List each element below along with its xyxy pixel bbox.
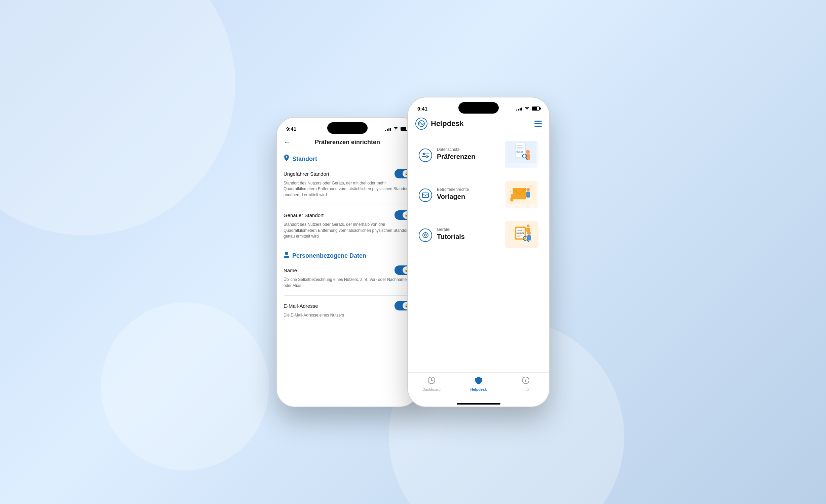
card-betroffenenrechte-title: Vorlagen [437,193,469,201]
pref-item-name: Name 🔒 Übliche Selbstbezeichnung eines N… [284,265,411,289]
illustration-mail: ✦ ✦ [505,181,538,208]
svg-rect-35 [517,236,521,237]
phone-preferences: 9:41 ← [277,118,418,407]
svg-point-21 [511,194,514,197]
preferences-title: Präferenzen einrichten [295,139,400,146]
bg-decoration-3 [101,302,269,470]
hamburger-menu[interactable] [534,121,542,127]
helpdesk-logo: Helpdesk [415,118,464,130]
status-time-right: 9:41 [417,106,427,112]
helpdesk-nav-icon [474,376,483,386]
svg-rect-41 [526,228,530,232]
svg-text:MANUAL: MANUAL [517,232,525,234]
svg-point-19 [526,188,530,192]
location-icon [284,155,290,164]
pref-desc-ungefaehr: Standort des Nutzers oder Geräts, der mi… [284,180,411,198]
battery-icon-right [532,107,540,111]
section-standort: Standort [284,155,411,164]
nav-label-info: Info [523,387,529,391]
info-icon: i [521,376,530,386]
svg-point-12 [526,150,530,154]
pref-item-email: E-Mail-Adresse 🔒 Die E-Mail-Adresse eine… [284,301,411,318]
card-tutorials-subtitle: Geräte- [437,227,465,233]
pref-desc-name: Übliche Selbstbezeichnung eines Nutzers,… [284,277,411,289]
status-icons-left [385,126,409,131]
pref-label-name: Name [284,267,297,273]
person-icon [284,252,290,260]
wifi-icon-left [393,126,399,131]
illustration-rules: RULES ✓ ✓ ✓ [505,141,538,168]
divider-1 [284,205,411,205]
svg-text:✦: ✦ [510,190,511,192]
svg-point-4 [426,156,428,158]
phone-helpdesk: 9:41 [408,97,549,407]
phone-left-screen: 9:41 ← [277,118,418,407]
card-icon-sliders [419,149,432,162]
svg-text:USER: USER [518,229,523,232]
svg-point-40 [527,224,530,227]
card-icon-envelope [419,188,432,202]
svg-text:RULES: RULES [517,151,523,153]
pref-label-ungefaehr: Ungefährer Standort [284,171,329,177]
pref-desc-genauer: Standort des Nutzers oder Geräts, der in… [284,222,411,239]
svg-rect-20 [526,192,530,198]
nav-label-helpdesk: Helpdesk [471,387,487,391]
logo-icon [415,118,427,130]
helpdesk-title: Helpdesk [431,119,464,128]
svg-point-26 [424,234,426,236]
card-icon-disc [419,228,432,242]
card-betroffenenrechte[interactable]: Betroffenenrechte Vorlagen [413,175,544,214]
svg-rect-16 [422,193,428,198]
card-datenschutz[interactable]: Datenschutz- Präferenzen [413,135,544,174]
nav-item-helpdesk[interactable]: Helpdesk [467,376,490,391]
signal-icon-left [385,127,391,131]
preferences-content: Standort Ungefährer Standort 🔒 Standort … [277,152,418,407]
card-datenschutz-title: Präferenzen [437,153,476,161]
pref-label-email: E-Mail-Adresse [284,303,318,309]
section-personal-label: Personenbezogene Daten [292,252,366,259]
svg-rect-34 [517,235,522,236]
section-personal: Personenbezogene Daten [284,252,411,260]
back-button[interactable]: ← [284,138,291,146]
preferences-header: ← Präferenzen einrichten [277,135,418,152]
svg-point-3 [423,153,425,155]
card-tutorials-title: Tutorials [437,233,465,241]
svg-text:✦: ✦ [530,185,532,187]
pref-desc-email: Die E-Mail-Adresse eines Nutzers [284,312,411,318]
status-icons-right [516,106,540,111]
svg-text:i: i [525,378,526,383]
svg-rect-22 [511,197,514,201]
phones-container: 9:41 ← [277,97,549,407]
dynamic-island-left [327,122,368,134]
helpdesk-header: Helpdesk [408,115,549,135]
wifi-icon-right [524,106,530,111]
nav-label-dashboard: Dashboard [422,387,441,391]
svg-rect-9 [517,149,522,150]
helpdesk-content: Datenschutz- Präferenzen [408,135,549,372]
divider-3 [284,295,411,296]
battery-icon-left [401,127,409,131]
dynamic-island-right [458,102,499,114]
svg-rect-7 [517,145,523,146]
svg-rect-37 [527,235,531,241]
svg-text:✓ ✓ ✓: ✓ ✓ ✓ [517,154,522,156]
home-indicator-right [457,403,500,405]
card-betroffenenrechte-subtitle: Betroffenenrechte [437,187,469,193]
signal-icon-right [516,107,522,111]
nav-item-info[interactable]: i Info [514,376,537,391]
section-standort-label: Standort [292,156,317,163]
illustration-tutorials: USER MANUAL [505,221,538,248]
bottom-navigation: Dashboard Helpdesk i [408,372,549,402]
card-tutorials[interactable]: Geräte- Tutorials USER MANUAL [413,215,544,254]
bg-decoration-1 [0,0,235,235]
divider-2 [284,246,411,246]
card-datenschutz-subtitle: Datenschutz- [437,147,476,153]
phone-right-screen: 9:41 [408,97,549,407]
pref-label-genauer: Genauer Standort [284,212,324,218]
dashboard-icon [427,376,436,386]
nav-item-dashboard[interactable]: Dashboard [420,376,443,391]
pref-item-ungefaehr: Ungefährer Standort 🔒 Standort des Nutze… [284,169,411,198]
svg-rect-8 [517,147,524,148]
pref-item-genauer: Genauer Standort 🔒 Standort des Nutzers … [284,210,411,239]
status-time-left: 9:41 [286,126,296,132]
